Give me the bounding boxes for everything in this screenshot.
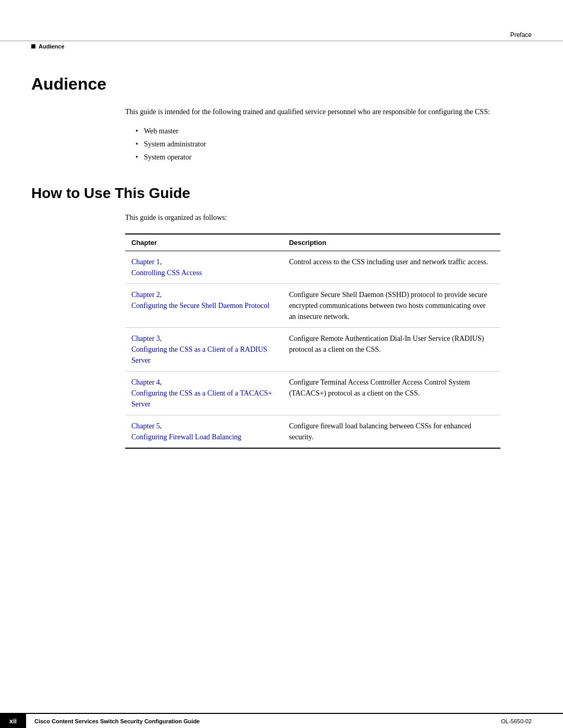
breadcrumb-icon: [31, 44, 35, 48]
chapter-sub-link[interactable]: Configuring Firewall Load Balancing: [131, 433, 241, 441]
chapter-sub-link[interactable]: Controlling CSS Access: [131, 269, 202, 277]
table-cell-chapter: Chapter 5,Configuring Firewall Load Bala…: [125, 415, 283, 448]
chapter-link[interactable]: Chapter 4,: [131, 378, 162, 386]
table-cell-description: Configure Remote Authentication Dial-In …: [283, 327, 500, 371]
audience-bullet-list: Web master System administrator System o…: [136, 125, 500, 164]
table-row: Chapter 2,Configuring the Secure Shell D…: [125, 283, 500, 327]
col-header-chapter: Chapter: [125, 234, 283, 251]
page-container: Preface Audience Audience This guide is …: [0, 0, 563, 728]
chapter-sub-link[interactable]: Configuring the Secure Shell Daemon Prot…: [131, 302, 270, 310]
table-cell-description: Control access to the CSS including user…: [283, 251, 500, 283]
table-row: Chapter 4,Configuring the CSS as a Clien…: [125, 371, 500, 415]
list-item: System administrator: [136, 138, 500, 151]
how-to-use-content-block: This guide is organized as follows: Chap…: [125, 212, 500, 449]
page-footer: xii Cisco Content Services Switch Securi…: [0, 713, 563, 728]
table-cell-chapter: Chapter 3,Configuring the CSS as a Clien…: [125, 327, 283, 371]
page-header: Preface: [0, 0, 563, 41]
chapter-link[interactable]: Chapter 5,: [131, 422, 162, 430]
footer-title: Cisco Content Services Switch Security C…: [26, 718, 200, 724]
table-cell-description: Configure firewall load balancing betwee…: [283, 415, 500, 448]
chapter-link[interactable]: Chapter 1,: [131, 258, 162, 266]
table-cell-description: Configure Secure Shell Daemon (SSHD) pro…: [283, 283, 500, 327]
table-row: Chapter 5,Configuring Firewall Load Bala…: [125, 415, 500, 448]
breadcrumb: Audience: [0, 41, 563, 54]
chapter-sub-link[interactable]: Configuring the CSS as a Client of a RAD…: [131, 346, 267, 364]
footer-left: xii Cisco Content Services Switch Securi…: [0, 714, 200, 728]
audience-intro: This guide is intended for the following…: [125, 106, 500, 117]
chapter-table: Chapter Description Chapter 1,Controllin…: [125, 233, 500, 449]
table-row: Chapter 3,Configuring the CSS as a Clien…: [125, 327, 500, 371]
table-row: Chapter 1,Controlling CSS AccessControl …: [125, 251, 500, 283]
table-cell-chapter: Chapter 2,Configuring the Secure Shell D…: [125, 283, 283, 327]
page-number: xii: [0, 714, 26, 728]
audience-heading: Audience: [31, 75, 532, 94]
table-cell-chapter: Chapter 1,Controlling CSS Access: [125, 251, 283, 283]
list-item: System operator: [136, 151, 500, 164]
how-to-use-heading: How to Use This Guide: [31, 185, 532, 202]
table-header-row: Chapter Description: [125, 234, 500, 251]
breadcrumb-label: Audience: [39, 43, 65, 50]
list-item: Web master: [136, 125, 500, 138]
chapter-link[interactable]: Chapter 3,: [131, 335, 162, 342]
audience-content-block: This guide is intended for the following…: [125, 106, 500, 164]
main-content: Audience This guide is intended for the …: [0, 54, 563, 490]
how-to-use-intro: This guide is organized as follows:: [125, 212, 500, 223]
chapter-link[interactable]: Chapter 2,: [131, 291, 162, 299]
col-header-description: Description: [283, 234, 500, 251]
table-cell-chapter: Chapter 4,Configuring the CSS as a Clien…: [125, 371, 283, 415]
footer-doc-number: OL-5650-02: [501, 718, 563, 724]
table-cell-description: Configure Terminal Access Controller Acc…: [283, 371, 500, 415]
header-preface-label: Preface: [510, 31, 532, 39]
chapter-sub-link[interactable]: Configuring the CSS as a Client of a TAC…: [131, 389, 272, 408]
